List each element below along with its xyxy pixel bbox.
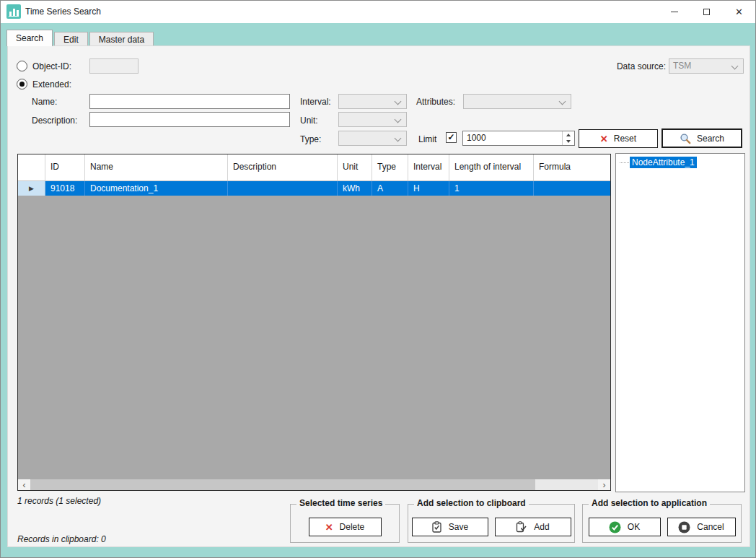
table-row[interactable]: ▶ 91018 Documentation_1 kWh A H 1 — [18, 181, 610, 196]
add-button[interactable]: Add — [495, 518, 571, 536]
scroll-left-icon: ‹ — [23, 481, 26, 489]
extended-radio[interactable] — [17, 79, 27, 90]
extended-label: Extended: — [32, 79, 71, 90]
unit-select[interactable] — [338, 112, 407, 127]
type-label: Type: — [300, 134, 321, 144]
tab-search[interactable]: Search — [6, 30, 53, 46]
ok-button[interactable]: OK — [589, 518, 661, 536]
grid-empty-area — [18, 196, 610, 479]
limit-spinner[interactable]: 1000 — [462, 131, 575, 146]
description-input[interactable] — [89, 112, 290, 127]
close-icon: ✕ — [735, 7, 743, 17]
column-header-name[interactable]: Name — [85, 154, 228, 180]
scrollbar-thumb[interactable] — [30, 479, 535, 490]
horizontal-scrollbar[interactable]: ‹ › — [18, 479, 610, 490]
scroll-left-button[interactable]: ‹ — [18, 479, 30, 490]
red-x-icon: ✕ — [325, 523, 333, 532]
cell-name[interactable]: Documentation_1 — [85, 181, 228, 196]
window-title: Time Series Search — [25, 1, 101, 23]
chevron-down-icon — [395, 98, 402, 105]
object-id-radio[interactable] — [17, 61, 27, 71]
scroll-right-icon: › — [603, 481, 606, 489]
cell-interval[interactable]: H — [408, 181, 449, 196]
red-x-icon: ✕ — [600, 134, 608, 144]
triangle-up-icon — [566, 134, 571, 136]
add-to-clipboard-group: Add selection to clipboard Save — [408, 504, 575, 543]
tab-master-data[interactable]: Master data — [89, 32, 154, 46]
unit-label: Unit: — [300, 115, 318, 126]
time-series-search-window: Time Series Search ✕ Search Edit Master … — [0, 0, 756, 558]
reset-button[interactable]: ✕ Reset — [579, 129, 658, 148]
records-status-text: 1 records (1 selected) — [17, 496, 101, 506]
attributes-select[interactable] — [463, 94, 571, 109]
cell-description[interactable] — [228, 181, 338, 196]
column-header-formula[interactable]: Formula — [534, 154, 610, 180]
clipboard-check-icon — [431, 521, 442, 533]
minimize-icon — [671, 12, 678, 12]
add-to-application-group: Add selection to application OK Cancel — [582, 504, 742, 543]
cell-length-of-interval[interactable]: 1 — [449, 181, 534, 196]
magnifier-icon — [680, 133, 691, 144]
grid-corner-cell — [18, 154, 45, 180]
type-select[interactable] — [338, 131, 407, 146]
maximize-button[interactable] — [690, 1, 723, 23]
spinner-up-button[interactable] — [563, 131, 574, 139]
chevron-down-icon — [395, 135, 402, 142]
group-title: Selected time series — [296, 498, 385, 508]
chevron-down-icon — [559, 98, 566, 105]
limit-checkbox[interactable]: ✓ — [446, 132, 457, 143]
tab-strip: Search Edit Master data — [6, 30, 155, 46]
object-id-input[interactable] — [89, 58, 139, 74]
minimize-button[interactable] — [658, 1, 690, 23]
tab-edit[interactable]: Edit — [54, 32, 88, 46]
chevron-down-icon — [731, 63, 739, 70]
cell-formula[interactable] — [534, 181, 610, 196]
column-header-type[interactable]: Type — [372, 154, 408, 180]
grid-header-row: ID Name Description Unit Type Interval L… — [18, 154, 610, 181]
column-header-id[interactable]: ID — [45, 154, 85, 180]
name-label: Name: — [32, 97, 57, 107]
column-header-length-of-interval[interactable]: Length of interval — [449, 154, 534, 180]
close-button[interactable]: ✕ — [723, 1, 755, 23]
tree-node-nodeattribute-1[interactable]: NodeAttribute_1 — [617, 156, 743, 169]
chevron-down-icon — [395, 116, 402, 123]
maximize-icon — [703, 9, 710, 15]
title-bar: Time Series Search ✕ — [1, 1, 755, 23]
column-header-description[interactable]: Description — [228, 154, 338, 180]
group-title: Add selection to clipboard — [414, 498, 529, 508]
data-source-label: Data source: — [605, 61, 666, 71]
scrollbar-track[interactable] — [30, 479, 598, 490]
limit-label: Limit — [418, 134, 436, 144]
data-source-select[interactable]: TSM — [669, 58, 744, 74]
attribute-tree: NodeAttribute_1 — [615, 153, 745, 492]
cell-type[interactable]: A — [372, 181, 408, 196]
interval-label: Interval: — [300, 97, 331, 107]
group-title: Add selection to application — [589, 498, 710, 508]
green-check-icon — [609, 521, 621, 533]
triangle-down-icon — [566, 140, 571, 143]
scroll-right-button[interactable]: › — [598, 479, 610, 490]
column-header-unit[interactable]: Unit — [338, 154, 372, 180]
spinner-down-button[interactable] — [563, 139, 574, 146]
cell-id[interactable]: 91018 — [45, 181, 85, 196]
cancel-button[interactable]: Cancel — [667, 518, 736, 536]
search-tab-panel: Object-ID: Data source: TSM Extended: Na… — [7, 45, 750, 547]
selected-time-series-group: Selected time series ✕ Delete — [290, 504, 400, 543]
save-button[interactable]: Save — [412, 518, 488, 536]
interval-select[interactable] — [338, 94, 407, 109]
row-indicator-icon: ▶ — [18, 181, 45, 196]
column-header-interval[interactable]: Interval — [408, 154, 449, 180]
clipboard-paste-check-icon — [516, 521, 527, 533]
object-id-label: Object-ID: — [32, 61, 71, 71]
attributes-label: Attributes: — [416, 97, 455, 107]
app-bar-chart-icon — [6, 4, 21, 19]
cell-unit[interactable]: kWh — [338, 181, 372, 196]
description-label: Description: — [32, 115, 77, 126]
name-input[interactable] — [89, 94, 290, 109]
search-button[interactable]: Search — [662, 128, 742, 148]
stop-icon — [678, 521, 690, 533]
delete-button[interactable]: ✕ Delete — [309, 518, 382, 536]
limit-value: 1000 — [467, 131, 486, 145]
tree-node-label: NodeAttribute_1 — [630, 157, 697, 168]
data-source-value: TSM — [673, 59, 691, 73]
